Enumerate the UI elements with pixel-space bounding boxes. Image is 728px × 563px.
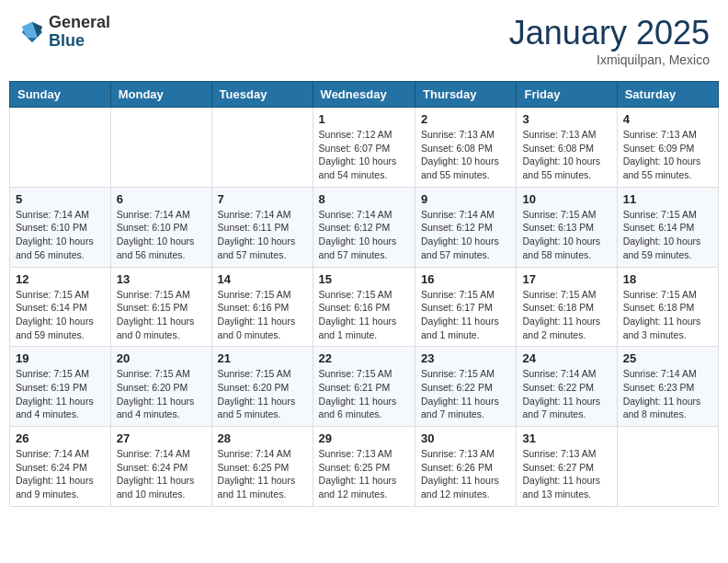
- day-number: 18: [623, 272, 712, 286]
- day-info: Sunrise: 7:13 AM Sunset: 6:27 PM Dayligh…: [522, 447, 610, 501]
- day-number: 2: [421, 112, 510, 126]
- day-number: 13: [117, 272, 206, 286]
- day-number: 23: [421, 351, 510, 365]
- day-info: Sunrise: 7:15 AM Sunset: 6:17 PM Dayligh…: [421, 288, 510, 342]
- day-info: Sunrise: 7:14 AM Sunset: 6:11 PM Dayligh…: [218, 208, 307, 262]
- calendar-week-2: 5Sunrise: 7:14 AM Sunset: 6:10 PM Daylig…: [10, 187, 719, 267]
- calendar-cell: [211, 108, 313, 188]
- column-header-wednesday: Wednesday: [313, 82, 415, 108]
- day-info: Sunrise: 7:15 AM Sunset: 6:21 PM Dayligh…: [319, 367, 409, 421]
- day-info: Sunrise: 7:14 AM Sunset: 6:25 PM Dayligh…: [218, 447, 307, 501]
- calendar-week-4: 19Sunrise: 7:15 AM Sunset: 6:19 PM Dayli…: [10, 347, 719, 427]
- logo-icon: [18, 18, 46, 46]
- day-info: Sunrise: 7:14 AM Sunset: 6:12 PM Dayligh…: [421, 208, 510, 262]
- logo-text: General Blue: [49, 14, 110, 51]
- calendar-cell: [110, 108, 211, 188]
- calendar-cell: [10, 108, 111, 188]
- day-number: 21: [218, 351, 307, 365]
- calendar-cell: 24Sunrise: 7:14 AM Sunset: 6:22 PM Dayli…: [517, 347, 617, 427]
- day-info: Sunrise: 7:14 AM Sunset: 6:12 PM Dayligh…: [319, 208, 409, 262]
- day-info: Sunrise: 7:15 AM Sunset: 6:15 PM Dayligh…: [117, 288, 206, 342]
- calendar-cell: 13Sunrise: 7:15 AM Sunset: 6:15 PM Dayli…: [110, 267, 211, 347]
- calendar-cell: 21Sunrise: 7:15 AM Sunset: 6:20 PM Dayli…: [211, 347, 313, 427]
- calendar-week-1: 1Sunrise: 7:12 AM Sunset: 6:07 PM Daylig…: [10, 108, 719, 188]
- day-number: 30: [421, 431, 510, 445]
- calendar-cell: 9Sunrise: 7:14 AM Sunset: 6:12 PM Daylig…: [415, 187, 517, 267]
- calendar-cell: 31Sunrise: 7:13 AM Sunset: 6:27 PM Dayli…: [517, 427, 617, 507]
- day-info: Sunrise: 7:14 AM Sunset: 6:24 PM Dayligh…: [16, 447, 105, 501]
- column-header-monday: Monday: [110, 82, 211, 108]
- day-number: 14: [218, 272, 307, 286]
- day-number: 4: [623, 112, 712, 126]
- day-info: Sunrise: 7:13 AM Sunset: 6:26 PM Dayligh…: [421, 447, 510, 501]
- day-info: Sunrise: 7:15 AM Sunset: 6:22 PM Dayligh…: [421, 367, 510, 421]
- day-info: Sunrise: 7:15 AM Sunset: 6:16 PM Dayligh…: [319, 288, 409, 342]
- calendar-cell: 23Sunrise: 7:15 AM Sunset: 6:22 PM Dayli…: [415, 347, 517, 427]
- calendar-cell: 4Sunrise: 7:13 AM Sunset: 6:09 PM Daylig…: [617, 108, 718, 188]
- day-number: 17: [522, 272, 610, 286]
- day-number: 31: [522, 431, 610, 445]
- day-info: Sunrise: 7:14 AM Sunset: 6:10 PM Dayligh…: [117, 208, 206, 262]
- logo-general-text: General: [49, 14, 110, 32]
- month-title: January 2025: [509, 14, 710, 52]
- column-header-sunday: Sunday: [10, 82, 111, 108]
- calendar-cell: 29Sunrise: 7:13 AM Sunset: 6:25 PM Dayli…: [313, 427, 415, 507]
- calendar-cell: 3Sunrise: 7:13 AM Sunset: 6:08 PM Daylig…: [517, 108, 617, 188]
- day-info: Sunrise: 7:15 AM Sunset: 6:14 PM Dayligh…: [16, 288, 105, 342]
- calendar-cell: 16Sunrise: 7:15 AM Sunset: 6:17 PM Dayli…: [415, 267, 517, 347]
- location-text: Ixmiquilpan, Mexico: [509, 52, 710, 67]
- calendar-table: SundayMondayTuesdayWednesdayThursdayFrid…: [9, 81, 719, 507]
- logo: General Blue: [18, 14, 110, 51]
- calendar-cell: 2Sunrise: 7:13 AM Sunset: 6:08 PM Daylig…: [415, 108, 517, 188]
- day-number: 24: [522, 351, 610, 365]
- calendar-cell: 14Sunrise: 7:15 AM Sunset: 6:16 PM Dayli…: [211, 267, 313, 347]
- day-info: Sunrise: 7:14 AM Sunset: 6:22 PM Dayligh…: [522, 367, 610, 421]
- calendar-cell: 26Sunrise: 7:14 AM Sunset: 6:24 PM Dayli…: [10, 427, 111, 507]
- day-info: Sunrise: 7:15 AM Sunset: 6:18 PM Dayligh…: [522, 288, 610, 342]
- day-number: 7: [218, 192, 307, 206]
- calendar-week-3: 12Sunrise: 7:15 AM Sunset: 6:14 PM Dayli…: [10, 267, 719, 347]
- day-number: 26: [16, 431, 105, 445]
- calendar-cell: 20Sunrise: 7:15 AM Sunset: 6:20 PM Dayli…: [110, 347, 211, 427]
- day-number: 20: [117, 351, 206, 365]
- calendar-cell: 5Sunrise: 7:14 AM Sunset: 6:10 PM Daylig…: [10, 187, 111, 267]
- day-number: 9: [421, 192, 510, 206]
- day-number: 15: [319, 272, 409, 286]
- day-info: Sunrise: 7:14 AM Sunset: 6:24 PM Dayligh…: [117, 447, 206, 501]
- day-info: Sunrise: 7:15 AM Sunset: 6:14 PM Dayligh…: [623, 208, 712, 262]
- day-info: Sunrise: 7:15 AM Sunset: 6:19 PM Dayligh…: [16, 367, 105, 421]
- day-number: 10: [522, 192, 610, 206]
- calendar-header-row: SundayMondayTuesdayWednesdayThursdayFrid…: [10, 82, 719, 108]
- calendar-cell: 17Sunrise: 7:15 AM Sunset: 6:18 PM Dayli…: [517, 267, 617, 347]
- day-info: Sunrise: 7:15 AM Sunset: 6:18 PM Dayligh…: [623, 288, 712, 342]
- column-header-saturday: Saturday: [617, 82, 718, 108]
- calendar-cell: 1Sunrise: 7:12 AM Sunset: 6:07 PM Daylig…: [313, 108, 415, 188]
- day-info: Sunrise: 7:13 AM Sunset: 6:08 PM Dayligh…: [421, 128, 510, 182]
- calendar-cell: 27Sunrise: 7:14 AM Sunset: 6:24 PM Dayli…: [110, 427, 211, 507]
- calendar-cell: 19Sunrise: 7:15 AM Sunset: 6:19 PM Dayli…: [10, 347, 111, 427]
- title-area: January 2025 Ixmiquilpan, Mexico: [509, 14, 710, 67]
- logo-blue-text: Blue: [49, 32, 110, 51]
- day-number: 3: [522, 112, 610, 126]
- day-info: Sunrise: 7:15 AM Sunset: 6:20 PM Dayligh…: [218, 367, 307, 421]
- calendar-cell: 30Sunrise: 7:13 AM Sunset: 6:26 PM Dayli…: [415, 427, 517, 507]
- day-number: 27: [117, 431, 206, 445]
- day-info: Sunrise: 7:14 AM Sunset: 6:23 PM Dayligh…: [623, 367, 712, 421]
- calendar-cell: 22Sunrise: 7:15 AM Sunset: 6:21 PM Dayli…: [313, 347, 415, 427]
- day-number: 19: [16, 351, 105, 365]
- day-info: Sunrise: 7:15 AM Sunset: 6:20 PM Dayligh…: [117, 367, 206, 421]
- calendar-cell: 18Sunrise: 7:15 AM Sunset: 6:18 PM Dayli…: [617, 267, 718, 347]
- column-header-tuesday: Tuesday: [211, 82, 313, 108]
- day-info: Sunrise: 7:13 AM Sunset: 6:25 PM Dayligh…: [319, 447, 409, 501]
- day-info: Sunrise: 7:15 AM Sunset: 6:16 PM Dayligh…: [218, 288, 307, 342]
- calendar-cell: 6Sunrise: 7:14 AM Sunset: 6:10 PM Daylig…: [110, 187, 211, 267]
- day-number: 11: [623, 192, 712, 206]
- calendar-cell: [617, 427, 718, 507]
- day-info: Sunrise: 7:12 AM Sunset: 6:07 PM Dayligh…: [319, 128, 409, 182]
- calendar-cell: 12Sunrise: 7:15 AM Sunset: 6:14 PM Dayli…: [10, 267, 111, 347]
- day-number: 8: [319, 192, 409, 206]
- day-info: Sunrise: 7:14 AM Sunset: 6:10 PM Dayligh…: [16, 208, 105, 262]
- column-header-thursday: Thursday: [415, 82, 517, 108]
- day-number: 12: [16, 272, 105, 286]
- calendar-cell: 10Sunrise: 7:15 AM Sunset: 6:13 PM Dayli…: [517, 187, 617, 267]
